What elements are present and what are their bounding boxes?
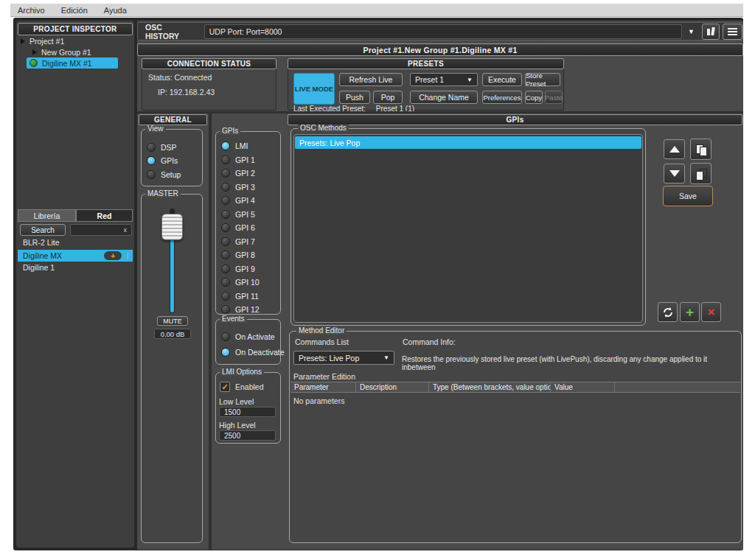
tree-item-group[interactable]: New Group #1 — [32, 47, 91, 57]
tab-network[interactable]: Red — [76, 209, 133, 222]
menu-archivo[interactable]: Archivo — [18, 6, 45, 15]
chevron-down-icon[interactable]: ▼ — [688, 28, 695, 35]
radio-icon — [221, 183, 230, 192]
device-list-item[interactable]: Digiline 1 — [23, 263, 55, 272]
pop-button[interactable]: Pop — [373, 91, 403, 104]
project-inspector-header: PROJECT INSPECTOR — [18, 23, 133, 35]
tree-expand-icon[interactable] — [21, 38, 25, 44]
move-down-button[interactable] — [664, 164, 685, 183]
radio-icon — [221, 223, 230, 232]
general-title: GENERAL — [154, 116, 192, 124]
gpi-option-label: GPI 4 — [235, 196, 255, 205]
column-header[interactable]: Parameter — [290, 382, 356, 392]
lmi-enabled-row[interactable]: ✓ Enabled — [220, 382, 264, 392]
preferences-button[interactable]: Preferences — [482, 91, 522, 104]
gpi-option-1[interactable]: GPI 1 — [221, 155, 255, 164]
gpi-option-label: GPI 6 — [235, 223, 255, 232]
copy-button[interactable]: Copy — [525, 91, 543, 104]
preset-select[interactable]: Preset 1 ▼ — [410, 73, 478, 86]
osc-methods-list[interactable] — [293, 134, 643, 323]
copy-icon — [695, 144, 707, 155]
refresh-button[interactable] — [658, 302, 678, 322]
change-name-button[interactable]: Change Name — [410, 91, 478, 104]
paste-method-button[interactable] — [690, 163, 711, 184]
arrow-up-icon — [669, 146, 680, 153]
view-option-label: DSP — [161, 143, 177, 152]
udp-port-field[interactable]: UDP Port: Port=8000 — [204, 24, 682, 39]
chevron-down-icon: ▼ — [383, 354, 389, 361]
gpi-option-5[interactable]: GPI 5 — [221, 210, 255, 219]
add-device-button[interactable]: + — [104, 251, 122, 260]
left-sidebar — [16, 21, 134, 547]
move-up-button[interactable] — [664, 139, 685, 159]
save-label: Save — [679, 192, 697, 200]
delete-method-button[interactable]: × — [701, 302, 721, 322]
live-mode-button[interactable]: LIVE MODE — [293, 73, 335, 105]
radio-icon — [221, 292, 230, 301]
gpi-option-4[interactable]: GPI 4 — [221, 196, 255, 205]
copy-method-button[interactable] — [690, 139, 711, 160]
view-option-setup[interactable]: Setup — [147, 170, 181, 179]
fader-knob[interactable] — [161, 214, 183, 240]
tab-library[interactable]: Librería — [18, 209, 76, 222]
device-info-button[interactable]: i — [126, 252, 128, 260]
checkbox-checked-icon[interactable]: ✓ — [220, 382, 230, 392]
device-status-icon — [29, 59, 38, 67]
menu-edicion[interactable]: Edición — [61, 6, 88, 15]
execute-button[interactable]: Execute — [482, 73, 522, 86]
search-button[interactable]: Search — [20, 224, 66, 236]
event-option-deactivate[interactable]: On Deactivate — [221, 348, 285, 357]
device-list-item[interactable]: BLR-2 Lite — [23, 238, 60, 247]
gpi-option-label: GPI 11 — [235, 292, 259, 301]
add-method-button[interactable]: + — [680, 302, 700, 322]
lmi-enabled-label: Enabled — [235, 382, 264, 391]
column-header[interactable] — [615, 382, 740, 392]
tree-expand-icon[interactable] — [32, 49, 37, 55]
low-level-input[interactable]: 1500 — [219, 407, 276, 417]
gpi-option-12[interactable]: GPI 12 — [221, 305, 260, 314]
gpis-panel-title: GPIs — [507, 116, 524, 124]
paste-label: Paste — [545, 94, 563, 102]
commands-list-select[interactable]: Presets: Live Pop ▼ — [293, 351, 394, 365]
gpi-option-6[interactable]: GPI 6 — [221, 223, 255, 232]
osc-history-panels-button[interactable] — [702, 24, 720, 40]
tree-item-project[interactable]: Project #1 — [21, 36, 64, 46]
view-option-gpis[interactable]: GPIs — [147, 156, 178, 165]
store-preset-button[interactable]: Store Preset — [525, 73, 560, 86]
mute-button[interactable]: MUTE — [157, 316, 188, 326]
search-input[interactable]: x — [70, 224, 132, 236]
paste-button[interactable]: Paste — [545, 91, 563, 104]
save-button[interactable]: Save — [663, 186, 713, 206]
gpi-option-10[interactable]: GPI 10 — [221, 278, 260, 287]
column-header[interactable]: Value — [551, 382, 615, 392]
gpi-option-9[interactable]: GPI 9 — [221, 265, 255, 273]
refresh-live-button[interactable]: Refresh Live — [339, 73, 403, 86]
column-header[interactable]: Description — [356, 382, 429, 392]
tree-item-device-selected[interactable]: Digiline MX #1 — [27, 57, 118, 69]
tree-item-label: Project #1 — [29, 37, 64, 46]
osc-history-menu-button[interactable] — [723, 24, 742, 40]
gpi-option-8[interactable]: GPI 8 — [221, 251, 255, 259]
radio-icon — [221, 210, 230, 219]
view-option-label: Setup — [161, 170, 181, 179]
push-button[interactable]: Push — [339, 91, 370, 104]
no-parameters-text: No parameters — [293, 396, 344, 405]
clear-search-icon[interactable]: x — [124, 226, 128, 234]
gpi-option-3[interactable]: GPI 3 — [221, 183, 255, 192]
high-level-input[interactable]: 2500 — [219, 430, 276, 441]
gpi-option-lmi[interactable]: LMI — [221, 141, 248, 150]
radio-icon — [221, 265, 230, 273]
menu-ayuda[interactable]: Ayuda — [104, 6, 127, 15]
view-option-dsp[interactable]: DSP — [147, 143, 177, 152]
gpi-option-2[interactable]: GPI 2 — [221, 169, 255, 178]
osc-method-item-selected[interactable]: Presets: Live Pop — [295, 136, 641, 149]
presets-title: PRESETS — [408, 60, 444, 68]
tree-item-label: Digiline MX #1 — [42, 59, 92, 68]
gpi-option-label: GPI 2 — [235, 169, 255, 178]
event-option-activate[interactable]: On Activate — [221, 332, 275, 341]
event-option-label: On Activate — [235, 332, 275, 341]
column-header[interactable]: Type (Between brackets, value options) — [429, 382, 551, 392]
device-list-item-selected[interactable]: Digiline MX + i — [18, 250, 133, 262]
gpi-option-11[interactable]: GPI 11 — [221, 292, 259, 301]
gpi-option-7[interactable]: GPI 7 — [221, 237, 255, 246]
